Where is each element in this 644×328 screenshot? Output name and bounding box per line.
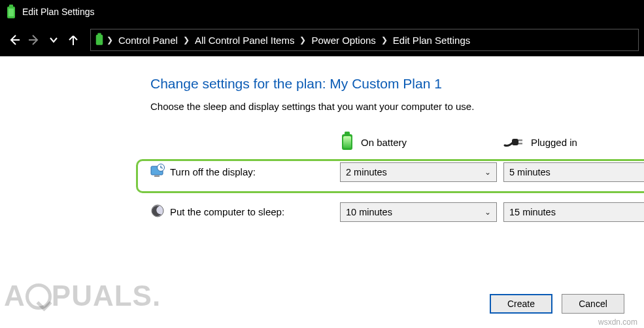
chevron-right-icon[interactable]: ❯ bbox=[183, 35, 190, 45]
window-title: Edit Plan Settings bbox=[22, 7, 95, 17]
chevron-down-icon: ⌄ bbox=[484, 168, 491, 177]
breadcrumb-power-options[interactable]: Power Options bbox=[309, 33, 378, 47]
chevron-right-icon[interactable]: ❯ bbox=[299, 35, 306, 45]
forward-button[interactable] bbox=[25, 31, 43, 49]
svg-rect-1 bbox=[9, 5, 13, 7]
sleep-plugged-value: 15 minutes bbox=[509, 207, 556, 217]
sleep-battery-select[interactable]: 10 minutes ⌄ bbox=[340, 202, 497, 222]
svg-rect-2 bbox=[8, 9, 14, 16]
svg-rect-3 bbox=[96, 35, 103, 45]
recent-locations-dropdown[interactable] bbox=[44, 31, 63, 49]
up-button[interactable] bbox=[64, 31, 82, 49]
page-title: Change settings for the plan: My Custom … bbox=[150, 76, 624, 92]
battery-icon bbox=[340, 132, 354, 153]
content-area: Change settings for the plan: My Custom … bbox=[0, 56, 644, 237]
footer-buttons: Create Cancel bbox=[490, 294, 624, 314]
sleep-plugged-select[interactable]: 15 minutes ⌄ bbox=[503, 202, 644, 222]
plug-icon bbox=[503, 135, 524, 150]
create-button[interactable]: Create bbox=[490, 294, 552, 314]
display-battery-value: 2 minutes bbox=[346, 167, 387, 177]
svg-rect-9 bbox=[518, 139, 522, 141]
row-sleep-label: Put the computer to sleep: bbox=[150, 200, 333, 224]
chevron-right-icon[interactable]: ❯ bbox=[381, 35, 388, 45]
chevron-down-icon: ⌄ bbox=[484, 208, 491, 217]
svg-rect-12 bbox=[154, 175, 160, 177]
display-plugged-value: 5 minutes bbox=[509, 167, 551, 177]
power-options-path-icon bbox=[95, 33, 104, 48]
sleep-battery-value: 10 minutes bbox=[346, 207, 392, 217]
display-battery-select[interactable]: 2 minutes ⌄ bbox=[340, 162, 497, 182]
watermark-wsxdn: wsxdn.com bbox=[598, 318, 637, 327]
svg-rect-8 bbox=[512, 139, 518, 145]
page-description: Choose the sleep and display settings th… bbox=[150, 101, 624, 112]
breadcrumb-all-items[interactable]: All Control Panel Items bbox=[192, 33, 297, 47]
column-header-plugged: Plugged in bbox=[503, 131, 644, 156]
column-header-plugged-label: Plugged in bbox=[531, 137, 577, 148]
moon-icon bbox=[150, 204, 165, 220]
svg-rect-6 bbox=[345, 132, 350, 135]
breadcrumb-edit-plan[interactable]: Edit Plan Settings bbox=[390, 33, 473, 47]
back-button[interactable] bbox=[5, 31, 24, 49]
navigation-bar: ❯ Control Panel ❯ All Control Panel Item… bbox=[0, 24, 644, 56]
column-header-battery-label: On battery bbox=[361, 137, 407, 148]
svg-rect-4 bbox=[97, 33, 101, 35]
chevron-right-icon[interactable]: ❯ bbox=[107, 35, 113, 45]
display-plugged-select[interactable]: 5 minutes ⌄ bbox=[503, 162, 644, 182]
row-display-text: Turn off the display: bbox=[170, 166, 256, 177]
monitor-clock-icon bbox=[150, 164, 165, 180]
column-header-battery: On battery bbox=[340, 128, 497, 160]
row-sleep-text: Put the computer to sleep: bbox=[170, 206, 284, 217]
titlebar: Edit Plan Settings bbox=[0, 0, 644, 24]
settings-grid: On battery Plugged in bbox=[150, 128, 624, 224]
svg-rect-10 bbox=[518, 143, 522, 145]
row-display-label: Turn off the display: bbox=[150, 160, 333, 184]
breadcrumb-control-panel[interactable]: Control Panel bbox=[116, 33, 180, 47]
cancel-button[interactable]: Cancel bbox=[562, 294, 624, 314]
address-bar[interactable]: ❯ Control Panel ❯ All Control Panel Item… bbox=[90, 29, 639, 51]
svg-rect-7 bbox=[343, 136, 351, 148]
watermark-appuals: APUALS. bbox=[4, 280, 161, 312]
power-options-app-icon bbox=[5, 5, 17, 19]
